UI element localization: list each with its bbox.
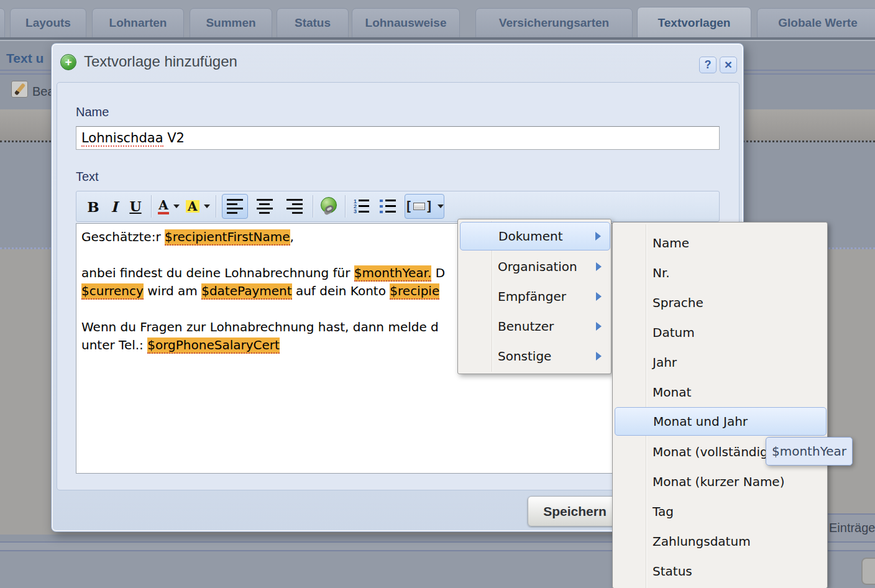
- menu-item-organisation[interactable]: Organisation: [460, 252, 610, 282]
- submenu-item-name[interactable]: Name: [615, 228, 827, 258]
- editor-text: auf dein Konto: [292, 283, 390, 298]
- chevron-down-icon: [204, 204, 210, 208]
- submenu-item-tag[interactable]: Tag: [615, 497, 827, 526]
- bold-button[interactable]: B: [83, 194, 104, 219]
- dokument-submenu: Name Nr. Sprache Datum Jahr Monat Monat …: [612, 222, 828, 588]
- variable-tooltip: $monthYear: [766, 437, 853, 466]
- submenu-arrow-icon: [596, 262, 602, 271]
- menu-item-empfaenger[interactable]: Empfänger: [460, 282, 610, 311]
- link-globe-icon: [320, 197, 339, 216]
- richtext-toolbar: B I U A A: [76, 191, 720, 222]
- placeholder-field-icon: [405, 199, 433, 214]
- dialog-title: Textvorlage hinzufügen: [84, 53, 237, 70]
- menu-item-dokument[interactable]: Dokument: [460, 222, 610, 250]
- submenu-arrow-icon: [596, 292, 602, 301]
- text-field-label: Text: [76, 170, 99, 184]
- font-color-button[interactable]: A: [157, 194, 180, 219]
- entries-label: Einträge: [829, 521, 875, 535]
- variable-token: $recipie: [390, 283, 439, 300]
- submenu-item-monat[interactable]: Monat: [615, 377, 827, 407]
- variable-token: $currency: [81, 283, 144, 300]
- highlight-color-button[interactable]: A: [185, 194, 211, 219]
- editor-text: ,: [290, 229, 294, 244]
- tab-lohnausweise[interactable]: Lohnausweise: [352, 8, 460, 39]
- tab-textvorlagen[interactable]: Textvorlagen: [637, 7, 751, 40]
- ordered-list-button[interactable]: [351, 194, 372, 219]
- editor-text: Wenn du Fragen zur Lohnabrechnung hast, …: [81, 319, 439, 334]
- bold-icon: B: [87, 198, 99, 215]
- menu-item-sonstige[interactable]: Sonstige: [460, 341, 610, 371]
- variable-token: $orgPhoneSalaryCert: [147, 338, 280, 354]
- tab-partial-left[interactable]: [0, 8, 5, 39]
- chevron-down-icon: [173, 204, 180, 208]
- edit-pencil-icon: [11, 81, 28, 98]
- toolbar-separator: [345, 195, 346, 218]
- submenu-arrow-icon: [596, 322, 602, 331]
- name-input[interactable]: Lohnischdaa V2: [76, 126, 720, 150]
- chevron-down-icon: [438, 204, 444, 208]
- editor-text: unter Tel.:: [81, 338, 147, 352]
- font-color-icon: A: [158, 199, 169, 214]
- italic-button[interactable]: I: [104, 194, 125, 219]
- menu-item-benutzer[interactable]: Benutzer: [460, 311, 610, 341]
- menu-item-label: Dokument: [498, 229, 563, 244]
- name-value-misspelled: Lohnischdaa: [81, 131, 163, 147]
- editor-text: anbei findest du deine Lohnabrechnung fü…: [81, 265, 354, 280]
- align-left-button[interactable]: [222, 194, 248, 219]
- tab-versicherungsarten[interactable]: Versicherungsarten: [475, 8, 633, 39]
- tab-layouts[interactable]: Layouts: [10, 8, 86, 39]
- underline-button[interactable]: U: [125, 194, 146, 219]
- submenu-item-datum[interactable]: Datum: [615, 318, 827, 347]
- submenu-item-zahlungsdatum[interactable]: Zahlungsdatum: [615, 526, 827, 556]
- align-right-button[interactable]: [282, 194, 308, 219]
- align-right-icon: [286, 198, 303, 215]
- bullet-list-button[interactable]: [377, 194, 398, 219]
- bullet-list-icon: [380, 200, 396, 214]
- toolbar-separator: [313, 195, 314, 218]
- editor-text: D: [431, 265, 445, 280]
- ordered-list-icon: [354, 199, 369, 214]
- variable-token: $datePayment: [201, 283, 291, 300]
- submenu-item-jahr[interactable]: Jahr: [615, 347, 827, 377]
- menu-item-label: Empfänger: [498, 289, 566, 304]
- editor-text: wird am: [144, 283, 201, 298]
- submenu-item-monat-und-jahr[interactable]: Monat und Jahr: [615, 407, 827, 436]
- submenu-item-sprache[interactable]: Sprache: [615, 288, 827, 318]
- entries-status-box: Einträge: [825, 513, 875, 544]
- placeholder-menu: Dokument Organisation Empfänger Benutzer…: [457, 219, 612, 374]
- save-button[interactable]: Speichern: [528, 496, 622, 526]
- submenu-item-status[interactable]: Status: [615, 556, 827, 586]
- submenu-item-nr[interactable]: Nr.: [615, 258, 827, 288]
- tab-status[interactable]: Status: [277, 8, 349, 39]
- align-center-icon: [257, 198, 273, 215]
- add-plus-icon: +: [60, 54, 76, 70]
- submenu-arrow-icon: [596, 352, 602, 361]
- insert-placeholder-button[interactable]: [405, 194, 444, 219]
- submenu-item-monat-kurz[interactable]: Monat (kurzer Name): [615, 467, 827, 497]
- variable-token: $monthYear.: [354, 265, 432, 282]
- tabbar-border-light: [0, 40, 875, 41]
- menu-item-label: Sonstige: [498, 349, 551, 364]
- name-value-suffix: V2: [163, 131, 185, 145]
- close-button[interactable]: ×: [720, 57, 737, 73]
- submenu-arrow-icon: [595, 232, 601, 241]
- background-corner-button: [861, 558, 875, 585]
- underline-icon: U: [129, 198, 141, 214]
- align-center-button[interactable]: [252, 194, 278, 219]
- highlight-color-icon: A: [186, 200, 199, 213]
- tab-globale-werte[interactable]: Globale Werte: [757, 8, 875, 39]
- menu-item-label: Organisation: [498, 259, 577, 274]
- name-field-label: Name: [76, 105, 109, 119]
- help-button[interactable]: ?: [699, 57, 717, 73]
- tab-bar: Layouts Lohnarten Summen Status Lohnausw…: [0, 0, 875, 40]
- align-left-icon: [227, 198, 243, 215]
- toolbar-separator: [151, 195, 152, 218]
- background-panel-title: Text u: [6, 51, 44, 66]
- editor-text: Geschätzte:r: [81, 229, 165, 244]
- tab-summen[interactable]: Summen: [190, 8, 272, 39]
- menu-item-label: Benutzer: [498, 319, 554, 334]
- variable-token: $recipientFirstName: [165, 229, 290, 246]
- tab-lohnarten[interactable]: Lohnarten: [92, 8, 184, 39]
- insert-link-button[interactable]: [319, 194, 340, 219]
- toolbar-separator: [216, 195, 217, 218]
